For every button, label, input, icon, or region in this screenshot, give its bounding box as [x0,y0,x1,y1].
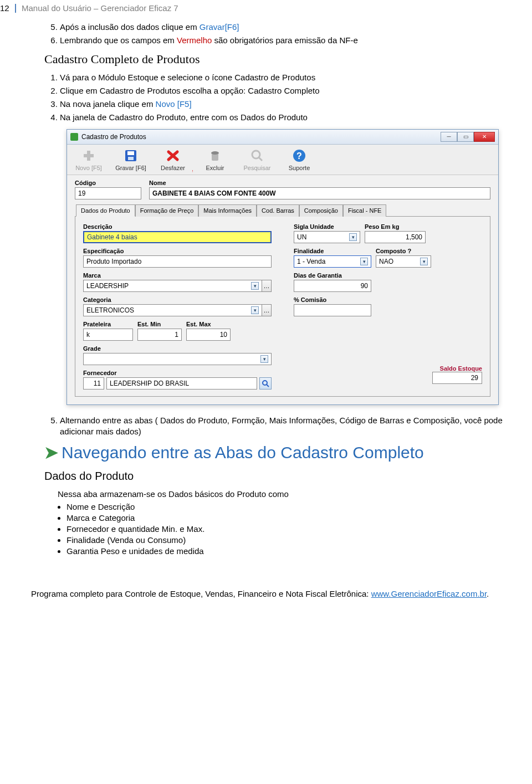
tab-preco[interactable]: Formação de Preço [135,204,199,217]
svg-rect-5 [127,151,134,155]
list-item: Finalidade (Venda ou Consumo) [66,535,532,545]
svg-rect-6 [128,157,134,160]
sigla-label: Sigla Unidade [294,223,360,230]
list-item: Clique em Cadastro de Produtos escolha a… [60,85,532,96]
step5-list: Alternando entre as abas ( Dados do Prod… [44,415,532,438]
nome-input[interactable] [149,187,490,199]
novo-button[interactable]: Novo [F5] [73,148,105,171]
comissao-label: % Comisão [294,296,371,303]
list-item: Na janela de Cadastro do Produto, entre … [60,112,532,123]
svg-line-12 [259,157,262,161]
finalidade-label: Finalidade [294,248,371,254]
composto-label: Composto ? [376,248,431,254]
header-title: Manual do Usuário – Gerenciador Eficaz 7 [22,3,178,13]
codigo-input[interactable] [75,187,141,199]
fornecedor-label: Fornecedor [83,370,272,376]
grade-label: Grade [83,345,272,352]
search-icon [248,148,266,163]
composto-dropdown[interactable]: NAO ▾ [376,255,431,268]
tabstrip: Dados do Produto Formação de Preço Mais … [75,204,490,217]
categoria-label: Categoria [83,296,272,303]
maximize-button[interactable]: ▭ [457,132,474,142]
grade-dropdown[interactable]: ▾ [83,353,272,365]
titlebar: Cadastro de Produtos ─ ▭ ✕ [67,130,498,145]
bullet-list: Nome e Descrição Marca e Categoria Forne… [44,502,532,556]
excluir-button[interactable]: Excluir [199,148,231,171]
save-icon [122,148,140,163]
codigo-label: Código [75,180,141,186]
chevron-down-icon: ▾ [260,355,268,363]
sigla-dropdown[interactable]: UN ▾ [294,231,360,243]
svg-line-16 [267,385,269,387]
footer: Programa completo para Controle de Estoq… [0,589,532,607]
tab-fiscal[interactable]: Fiscal - NFE [343,204,387,217]
section-title: Cadastro Completo de Produtos [44,52,532,66]
search-icon [262,380,269,387]
comissao-input[interactable] [294,304,371,316]
chevron-down-icon: ▾ [349,233,357,241]
tab-composicao[interactable]: Composição [299,204,343,217]
svg-point-11 [252,151,260,158]
estmin-label: Est. Min [137,321,182,327]
help-icon: ? [290,148,308,163]
nome-label: Nome [149,180,490,186]
list-item: Na nova janela clique em Novo [F5] [60,99,532,110]
categoria-ellipsis-button[interactable]: … [262,304,272,316]
novo-link: Novo [F5] [156,99,192,109]
cancel-icon [164,148,182,163]
prateleira-input[interactable] [83,329,133,341]
pesquisar-button[interactable]: Pesquisar [241,148,273,171]
fornecedor-code-input[interactable] [83,377,104,390]
page-header: 12 Manual do Usuário – Gerenciador Efica… [0,0,532,16]
desfazer-button[interactable]: Desfazer [157,148,189,171]
peso-input[interactable] [365,231,426,243]
prateleira-label: Prateleira [83,321,133,327]
chevron-down-icon: ▾ [251,306,259,314]
garantia-input[interactable] [294,280,371,292]
saldo-label: Saldo Estoque [294,365,482,372]
page-number: 12 [0,3,9,13]
descricao-input[interactable] [83,231,272,243]
vermelho-text: Vermelho [177,35,212,45]
minimize-button[interactable]: ─ [441,132,457,142]
fornecedor-search-button[interactable] [259,377,272,390]
estmax-input[interactable] [186,329,231,341]
chevron-down-icon: ▾ [251,282,259,290]
chevron-down-icon: ▾ [360,258,368,265]
suporte-button[interactable]: ? Suporte [283,148,315,171]
svg-rect-3 [84,154,94,157]
tab-mais[interactable]: Mais Informações [198,204,257,217]
trash-icon [206,148,224,163]
sub-heading: Dados do Produto [44,470,532,483]
marca-label: Marca [83,272,272,279]
list-item: Fornecedor e quantidade Min. e Max. [66,524,532,534]
list-item: Alternando entre as abas ( Dados do Prod… [60,415,532,438]
finalidade-dropdown[interactable]: 1 - Venda ▾ [294,255,371,268]
fornecedor-name-input[interactable] [106,377,257,390]
app-window: Cadastro de Produtos ─ ▭ ✕ Novo [F5] Gra… [66,129,499,405]
intro-list: Após a inclusão dos dados clique em Grav… [44,22,532,47]
estmin-input[interactable] [137,329,182,341]
gravar-button[interactable]: Gravar [F6] [115,148,147,171]
footer-link[interactable]: www.GerenciadorEficaz.com.br [371,589,487,598]
svg-text:?: ? [296,151,302,161]
window-title: Cadastro de Produtos [81,133,146,141]
garantia-label: Dias de Garantia [294,272,371,279]
especificacao-input[interactable] [83,255,272,268]
peso-label: Peso Em kg [365,223,426,230]
list-item: Após a inclusão dos dados clique em Grav… [60,22,532,33]
list-item: Garantia Peso e unidades de medida [66,546,532,556]
categoria-dropdown[interactable]: ELETRONICOS ▾ [83,304,262,316]
close-button[interactable]: ✕ [474,132,495,142]
tab-dados[interactable]: Dados do Produto [76,204,135,217]
marca-ellipsis-button[interactable]: … [262,280,272,292]
tab-barras[interactable]: Cod. Barras [257,204,299,217]
especificacao-label: Especificação [83,248,272,254]
sub-text: Nessa aba armazenam-se os Dados básicos … [58,489,532,499]
marca-dropdown[interactable]: LEADERSHIP ▾ [83,280,262,292]
toolbar: Novo [F5] Gravar [F6] Desfazer Excluir [67,145,498,175]
list-item: Nome e Descrição [66,502,532,511]
header-divider [15,4,16,13]
list-item: Marca e Categoria [66,513,532,522]
list-item: Vá para o Módulo Estoque e selecione o í… [60,72,532,83]
